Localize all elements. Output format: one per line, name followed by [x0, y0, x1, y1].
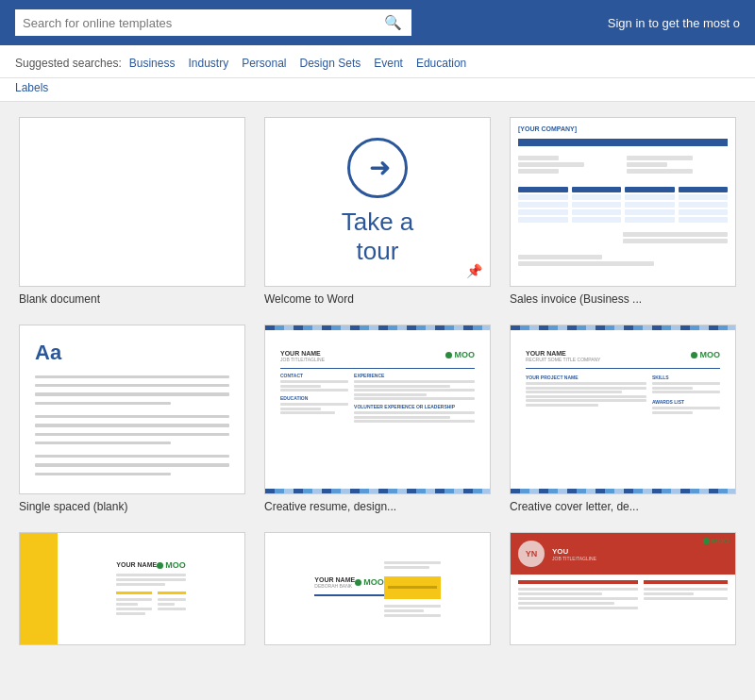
moo-line — [526, 391, 622, 393]
suggested-searches-bar: Suggested searches: Business Industry Pe… — [0, 45, 755, 78]
suggested-link-event[interactable]: Event — [374, 53, 403, 74]
moo-section: EXPERIENCE — [354, 373, 475, 400]
moo-header: YOUR NAME JOB TITLE/TAGLINE MOO — [280, 350, 475, 362]
ss-line — [35, 424, 229, 426]
suggested-link-business[interactable]: Business — [129, 53, 176, 74]
invoice-line — [627, 156, 693, 160]
moo-col-right: EXPERIENCE VOLUNTEER EXPERIENCE OR LEADE… — [354, 373, 475, 426]
template-thumb-moo-yellow: YOUR NAME MOO — [19, 532, 245, 645]
templates-area: Blank document ➜ Take atour 📌 Welcome to… — [0, 102, 755, 666]
invoice-cell — [518, 217, 568, 223]
invoice-line — [518, 156, 559, 160]
yn-sub-text: JOB TITLE/TAGLINE — [552, 556, 728, 561]
template-card-moo-blue[interactable]: YOUR NAME DEBORAH BANK MOO — [264, 532, 491, 651]
template-card-single[interactable]: Aa Single spaced (blank) — [19, 325, 245, 513]
moo-line — [354, 380, 475, 383]
moo-divider — [526, 368, 720, 369]
ss-line — [35, 433, 229, 436]
moo-line — [280, 411, 335, 414]
invoice-cell — [679, 194, 729, 200]
app-header: 🔍 Sign in to get the most o — [0, 0, 755, 45]
moo-dot — [157, 562, 163, 569]
moo-section-title: SKILLS — [652, 375, 720, 380]
ss-line — [35, 384, 229, 387]
moo-section: EDUCATION — [280, 395, 348, 414]
template-card-coverletter1[interactable]: YOUR NAME RECRUIT SOME TITLE COMPANY MOO… — [510, 325, 736, 513]
invoice-cell — [572, 202, 622, 208]
yn-moo-dot — [703, 538, 710, 544]
moo-logo-dot — [691, 352, 697, 358]
moo-cover-name: YOUR NAME — [526, 350, 600, 357]
moo-dot — [355, 579, 361, 586]
invoice-line — [518, 162, 584, 167]
moo-two-col: CONTACT EDUCATION — [280, 373, 475, 426]
moo-blue-header: YOUR NAME DEBORAH BANK MOO — [314, 576, 383, 596]
moo-yellow-line — [116, 612, 144, 615]
invoice-blue-bar — [518, 139, 728, 146]
suggested-link-industry[interactable]: Industry — [188, 53, 228, 74]
ss-line — [35, 473, 171, 475]
moo-yellow-line — [158, 608, 185, 610]
template-card-blank[interactable]: Blank document — [19, 117, 245, 306]
suggested-link-education[interactable]: Education — [416, 53, 466, 74]
second-row-bar: Labels — [0, 78, 755, 102]
moo-cover-title: RECRUIT SOME TITLE COMPANY — [526, 357, 600, 362]
moo-blue-line — [384, 566, 429, 569]
moo-yellow-line — [116, 583, 164, 586]
moo-section-title: EXPERIENCE — [354, 373, 475, 378]
yn-name-text: YOU — [552, 547, 728, 556]
suggested-link-design-sets[interactable]: Design Sets — [300, 53, 361, 74]
invoice-cell — [625, 202, 675, 208]
moo-content: YOUR NAME JOB TITLE/TAGLINE MOO CONTACT — [273, 341, 482, 436]
moo-yellow-line — [158, 603, 175, 606]
moo-yellow-line — [116, 578, 185, 581]
template-label-tour: Welcome to Word — [264, 292, 354, 306]
moo-blue-subtitle: DEBORAH BANK — [314, 583, 355, 589]
suggested-link-personal[interactable]: Personal — [242, 53, 286, 74]
template-card-tour[interactable]: ➜ Take atour 📌 Welcome to Word — [264, 117, 491, 306]
moo-line — [354, 397, 475, 400]
moo-line — [354, 393, 427, 396]
template-label-invoice: Sales invoice (Business ... — [510, 292, 642, 306]
invoice-line — [627, 162, 667, 167]
search-button[interactable]: 🔍 — [382, 14, 404, 31]
template-card-yn[interactable]: YN YOU JOB TITLE/TAGLINE MOO — [510, 532, 736, 651]
moo-yellow-content: YOUR NAME MOO — [116, 553, 193, 625]
invoice-footer-line — [518, 261, 654, 266]
invoice-header-cell — [518, 187, 568, 192]
moo-yellow-line — [116, 574, 185, 576]
moo-line — [280, 389, 348, 392]
labels-link[interactable]: Labels — [15, 81, 48, 94]
yn-header-text: YOU JOB TITLE/TAGLINE — [552, 547, 728, 561]
moo-logo-text: MOO — [165, 560, 186, 570]
template-label-blank: Blank document — [19, 292, 100, 306]
invoice-cell — [572, 209, 622, 215]
moo-section-title: EDUCATION — [280, 395, 348, 401]
moo-section-title: AWARDS LIST — [652, 399, 720, 405]
template-thumb-resume1: YOUR NAME JOB TITLE/TAGLINE MOO CONTACT — [264, 325, 491, 494]
moo-yellow-line — [116, 608, 152, 610]
moo-line — [652, 382, 720, 385]
template-label-coverletter1: Creative cover letter, de... — [510, 500, 639, 513]
moo-line — [526, 395, 646, 398]
moo-yellow-name: YOUR NAME — [116, 561, 157, 568]
search-input[interactable] — [23, 16, 382, 30]
template-card-moo-yellow[interactable]: YOUR NAME MOO — [19, 532, 245, 651]
invoice-cell — [572, 194, 622, 200]
invoice-line — [518, 169, 559, 174]
template-card-invoice[interactable]: [YOUR COMPANY] — [510, 117, 736, 306]
moo-blue-line — [384, 609, 424, 612]
yn-body-line — [518, 602, 614, 605]
suggested-links: Business Industry Personal Design Sets E… — [129, 53, 480, 74]
templates-grid: Blank document ➜ Take atour 📌 Welcome to… — [19, 117, 736, 651]
template-card-resume1[interactable]: YOUR NAME JOB TITLE/TAGLINE MOO CONTACT — [264, 325, 491, 513]
invoice-header-cell — [572, 187, 622, 192]
moo-line — [526, 387, 646, 390]
moo-stripe-bottom — [265, 489, 490, 493]
moo-blue-line — [384, 614, 441, 617]
invoice-cell — [679, 209, 729, 215]
invoice-cell — [679, 217, 729, 223]
yn-red-bar — [518, 580, 638, 584]
yn-avatar: YN — [518, 541, 545, 567]
invoice-cell — [572, 217, 622, 223]
